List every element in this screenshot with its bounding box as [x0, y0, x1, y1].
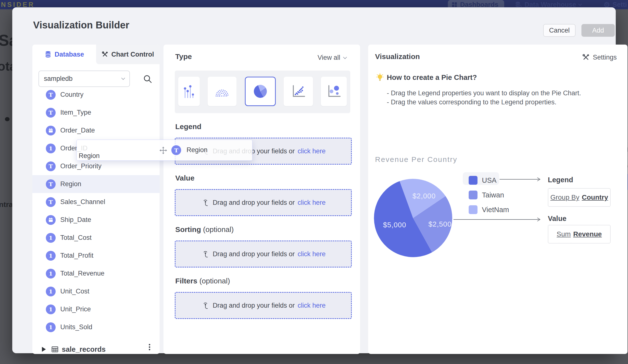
- modal-title: Visualization Builder: [33, 20, 129, 31]
- annotation-value-box: Sum Revenue: [548, 225, 611, 243]
- dropzone-click-here-link[interactable]: click here: [298, 302, 325, 309]
- pie-data-label-usa: $5,000: [383, 221, 406, 229]
- field-type-icon: T 1: [46, 215, 56, 225]
- database-icon: [44, 51, 52, 58]
- chevron-down-icon: [343, 55, 347, 59]
- view-all-button[interactable]: View all: [317, 54, 346, 61]
- tab-database[interactable]: Database: [32, 45, 96, 64]
- search-icon[interactable]: [143, 74, 153, 84]
- tip-lines: - Drag the Legend properties you want to…: [387, 89, 581, 107]
- field-type-icon: T 1: [46, 90, 56, 100]
- tools-icon: [582, 53, 590, 61]
- chart-config-panel: Type View all: [163, 45, 360, 354]
- chevron-down-icon: [121, 76, 125, 80]
- dashboard-grid-icon: [451, 1, 458, 8]
- table-row-sale-records[interactable]: sale_records: [32, 341, 159, 354]
- dropzone-text: Drag and drop your fields or: [213, 199, 295, 206]
- tools-icon: [101, 51, 108, 58]
- field-row[interactable]: T 1 Unit_Price: [32, 300, 159, 318]
- field-type-icon: T 1: [46, 304, 56, 314]
- chart-type-lollipop[interactable]: [178, 77, 200, 106]
- chart-type-bubble[interactable]: [321, 77, 347, 106]
- drag-ghost-region[interactable]: Region T Region: [77, 140, 252, 161]
- visualization-heading: Visualization: [375, 53, 420, 61]
- visualization-panel: Visualization Settings How to create a P…: [368, 45, 628, 354]
- drag-ghost-source-label: Region: [79, 152, 100, 160]
- left-panel-tabs: Database Chart Control: [32, 45, 159, 64]
- field-row[interactable]: T 1 Ship_Date: [32, 211, 159, 229]
- section-heading: Value: [175, 174, 194, 182]
- field-row[interactable]: T 1 Total_Revenue: [32, 265, 159, 282]
- field-type-icon: T 1: [46, 144, 56, 153]
- field-row[interactable]: T 1 Unit_Cost: [32, 282, 159, 300]
- tap-icon: [201, 198, 210, 207]
- annotation-arrows: [452, 176, 545, 225]
- dropzone-text: Drag and drop your fields or: [213, 302, 295, 309]
- tip-line: - Drag the Legend properties you want to…: [387, 89, 581, 98]
- drag-ghost-field-label: Region: [187, 146, 208, 154]
- field-type-icon: T 1: [46, 126, 56, 135]
- field-row[interactable]: T 1 Country: [32, 86, 159, 104]
- field-row[interactable]: T 1 Region: [32, 175, 159, 193]
- chart-type-scatter[interactable]: [284, 77, 313, 106]
- dropzone-text: Drag and drop your fields or: [213, 250, 295, 258]
- dropzone-click-here-link[interactable]: click here: [298, 250, 325, 258]
- dropzone-click-here-link[interactable]: click here: [298, 147, 325, 155]
- chart-type-parliament[interactable]: [208, 77, 236, 106]
- tap-icon: [201, 301, 210, 310]
- chart-type-pie[interactable]: [245, 77, 276, 106]
- field-row[interactable]: T 1 Order_Date: [32, 121, 159, 139]
- database-panel: Database Chart Control sampledb: [32, 45, 159, 354]
- tip-title: How to create a Pie Chart?: [387, 73, 477, 82]
- tap-icon: [201, 250, 210, 258]
- settings-button[interactable]: Settings: [582, 53, 617, 61]
- chart-title: Revenue Per Country: [375, 155, 457, 164]
- kebab-menu-icon[interactable]: [149, 343, 151, 351]
- tip-line: - Drag the values corresponding to the L…: [387, 98, 581, 107]
- annotation-legend-heading: Legend: [548, 176, 573, 184]
- add-button[interactable]: Add: [581, 24, 615, 37]
- field-row[interactable]: T 1 Sales_Channel: [32, 193, 159, 211]
- chevron-down-icon: [578, 2, 582, 6]
- section-heading: Legend: [175, 122, 202, 131]
- field-type-icon: T 1: [46, 197, 56, 207]
- section-heading: Filters (optional): [175, 277, 230, 285]
- datasource-select[interactable]: sampledb: [38, 70, 130, 87]
- field-dropzone[interactable]: Drag and drop your fields or click here: [175, 292, 352, 319]
- field-type-icon: T: [171, 145, 181, 155]
- field-row[interactable]: T 1 Total_Profit: [32, 247, 159, 265]
- type-heading: Type: [175, 53, 192, 61]
- annotation-value-heading: Value: [548, 215, 566, 223]
- expand-caret-icon[interactable]: [42, 347, 46, 352]
- cancel-button[interactable]: Cancel: [543, 24, 576, 37]
- field-type-icon: T 1: [46, 179, 56, 189]
- field-type-icon: T 1: [46, 108, 56, 118]
- field-row[interactable]: T 1 Total_Cost: [32, 229, 159, 247]
- background-bullet-dot: [5, 117, 9, 121]
- move-icon: [159, 146, 167, 155]
- tab-chart-control[interactable]: Chart Control: [96, 45, 160, 64]
- lightbulb-icon: [376, 73, 384, 82]
- field-dropzone[interactable]: Drag and drop your fields or click here: [175, 241, 352, 267]
- field-type-icon: T 1: [46, 251, 56, 261]
- field-type-icon: T 1: [46, 287, 56, 296]
- pie-chart: [371, 176, 455, 260]
- field-list: T 1 Country T 1: [32, 86, 159, 336]
- dropzone-click-here-link[interactable]: click here: [298, 199, 325, 206]
- field-row[interactable]: T 1 Item_Type: [32, 104, 159, 121]
- pie-data-label-taiwan: $2,500: [428, 220, 452, 228]
- visualization-builder-modal: Visualization Builder Cancel Add Databas…: [12, 7, 616, 353]
- field-type-icon: T 1: [46, 269, 56, 279]
- field-dropzone[interactable]: Drag and drop your fields or click here: [175, 189, 352, 216]
- pie-data-label-vietnam: $2,000: [412, 192, 436, 200]
- annotation-legend-box: Group By Country: [548, 188, 611, 207]
- field-type-icon: T 1: [46, 233, 56, 243]
- chart-type-strip: [175, 70, 350, 113]
- field-type-icon: T 1: [46, 161, 56, 171]
- table-icon: [51, 345, 59, 353]
- field-type-icon: T 1: [46, 322, 56, 332]
- section-heading: Sorting (optional): [175, 225, 234, 234]
- field-row[interactable]: T 1 Units_Sold: [32, 318, 159, 336]
